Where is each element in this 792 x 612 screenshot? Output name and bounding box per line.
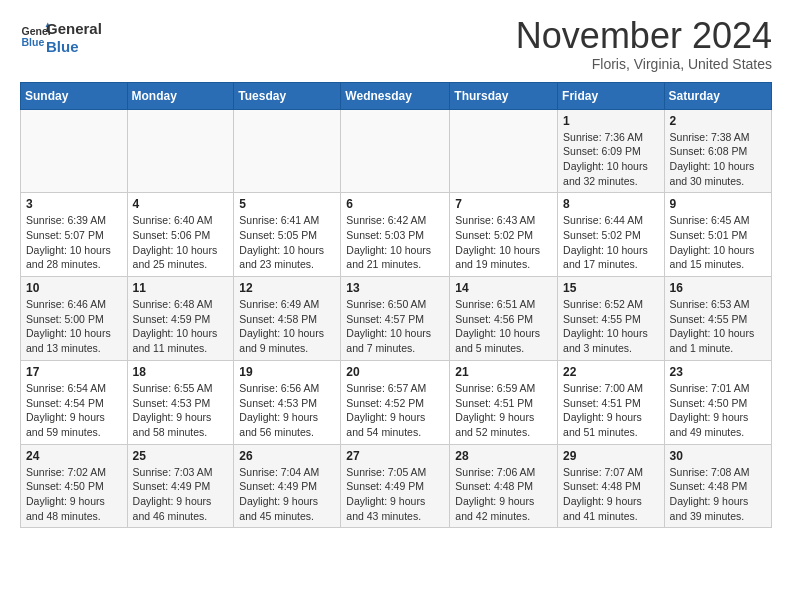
weekday-header: Tuesday [234, 82, 341, 109]
calendar-cell [450, 109, 558, 193]
day-info: Sunrise: 7:38 AM Sunset: 6:08 PM Dayligh… [670, 130, 766, 189]
day-number: 9 [670, 197, 766, 211]
calendar-cell: 9Sunrise: 6:45 AM Sunset: 5:01 PM Daylig… [664, 193, 771, 277]
calendar-cell [234, 109, 341, 193]
logo: General Blue General Blue [20, 16, 102, 56]
header: General Blue General Blue November 2024 … [20, 16, 772, 72]
calendar-header: SundayMondayTuesdayWednesdayThursdayFrid… [21, 82, 772, 109]
day-info: Sunrise: 7:07 AM Sunset: 4:48 PM Dayligh… [563, 465, 659, 524]
calendar-cell: 27Sunrise: 7:05 AM Sunset: 4:49 PM Dayli… [341, 444, 450, 528]
calendar-week-row: 10Sunrise: 6:46 AM Sunset: 5:00 PM Dayli… [21, 277, 772, 361]
calendar-cell: 10Sunrise: 6:46 AM Sunset: 5:00 PM Dayli… [21, 277, 128, 361]
day-info: Sunrise: 7:03 AM Sunset: 4:49 PM Dayligh… [133, 465, 229, 524]
day-info: Sunrise: 7:00 AM Sunset: 4:51 PM Dayligh… [563, 381, 659, 440]
calendar-cell: 11Sunrise: 6:48 AM Sunset: 4:59 PM Dayli… [127, 277, 234, 361]
calendar-cell: 12Sunrise: 6:49 AM Sunset: 4:58 PM Dayli… [234, 277, 341, 361]
day-number: 26 [239, 449, 335, 463]
day-info: Sunrise: 6:46 AM Sunset: 5:00 PM Dayligh… [26, 297, 122, 356]
calendar-cell: 21Sunrise: 6:59 AM Sunset: 4:51 PM Dayli… [450, 360, 558, 444]
day-info: Sunrise: 7:02 AM Sunset: 4:50 PM Dayligh… [26, 465, 122, 524]
weekday-header: Wednesday [341, 82, 450, 109]
day-number: 12 [239, 281, 335, 295]
day-info: Sunrise: 6:54 AM Sunset: 4:54 PM Dayligh… [26, 381, 122, 440]
day-number: 5 [239, 197, 335, 211]
calendar-cell: 1Sunrise: 7:36 AM Sunset: 6:09 PM Daylig… [558, 109, 665, 193]
day-number: 21 [455, 365, 552, 379]
day-info: Sunrise: 6:41 AM Sunset: 5:05 PM Dayligh… [239, 213, 335, 272]
title-block: November 2024 Floris, Virginia, United S… [516, 16, 772, 72]
day-info: Sunrise: 6:59 AM Sunset: 4:51 PM Dayligh… [455, 381, 552, 440]
day-number: 30 [670, 449, 766, 463]
weekday-header: Thursday [450, 82, 558, 109]
calendar-cell: 30Sunrise: 7:08 AM Sunset: 4:48 PM Dayli… [664, 444, 771, 528]
calendar-week-row: 17Sunrise: 6:54 AM Sunset: 4:54 PM Dayli… [21, 360, 772, 444]
day-info: Sunrise: 6:49 AM Sunset: 4:58 PM Dayligh… [239, 297, 335, 356]
weekday-header: Saturday [664, 82, 771, 109]
weekday-header: Monday [127, 82, 234, 109]
calendar-cell: 8Sunrise: 6:44 AM Sunset: 5:02 PM Daylig… [558, 193, 665, 277]
day-number: 2 [670, 114, 766, 128]
calendar-cell: 13Sunrise: 6:50 AM Sunset: 4:57 PM Dayli… [341, 277, 450, 361]
day-info: Sunrise: 6:40 AM Sunset: 5:06 PM Dayligh… [133, 213, 229, 272]
svg-text:Blue: Blue [22, 36, 45, 48]
day-info: Sunrise: 7:01 AM Sunset: 4:50 PM Dayligh… [670, 381, 766, 440]
day-info: Sunrise: 6:43 AM Sunset: 5:02 PM Dayligh… [455, 213, 552, 272]
calendar-cell: 2Sunrise: 7:38 AM Sunset: 6:08 PM Daylig… [664, 109, 771, 193]
day-info: Sunrise: 6:39 AM Sunset: 5:07 PM Dayligh… [26, 213, 122, 272]
day-number: 7 [455, 197, 552, 211]
calendar-body: 1Sunrise: 7:36 AM Sunset: 6:09 PM Daylig… [21, 109, 772, 528]
day-info: Sunrise: 7:05 AM Sunset: 4:49 PM Dayligh… [346, 465, 444, 524]
calendar: SundayMondayTuesdayWednesdayThursdayFrid… [20, 82, 772, 529]
day-info: Sunrise: 6:52 AM Sunset: 4:55 PM Dayligh… [563, 297, 659, 356]
calendar-cell: 23Sunrise: 7:01 AM Sunset: 4:50 PM Dayli… [664, 360, 771, 444]
day-number: 17 [26, 365, 122, 379]
calendar-cell: 5Sunrise: 6:41 AM Sunset: 5:05 PM Daylig… [234, 193, 341, 277]
day-number: 20 [346, 365, 444, 379]
weekday-row: SundayMondayTuesdayWednesdayThursdayFrid… [21, 82, 772, 109]
calendar-cell: 18Sunrise: 6:55 AM Sunset: 4:53 PM Dayli… [127, 360, 234, 444]
weekday-header: Sunday [21, 82, 128, 109]
calendar-cell: 28Sunrise: 7:06 AM Sunset: 4:48 PM Dayli… [450, 444, 558, 528]
calendar-cell [127, 109, 234, 193]
day-number: 19 [239, 365, 335, 379]
day-info: Sunrise: 6:53 AM Sunset: 4:55 PM Dayligh… [670, 297, 766, 356]
day-info: Sunrise: 6:48 AM Sunset: 4:59 PM Dayligh… [133, 297, 229, 356]
day-number: 24 [26, 449, 122, 463]
day-number: 29 [563, 449, 659, 463]
page: General Blue General Blue November 2024 … [0, 0, 792, 544]
day-info: Sunrise: 7:08 AM Sunset: 4:48 PM Dayligh… [670, 465, 766, 524]
day-number: 27 [346, 449, 444, 463]
day-info: Sunrise: 6:44 AM Sunset: 5:02 PM Dayligh… [563, 213, 659, 272]
day-number: 11 [133, 281, 229, 295]
calendar-cell [21, 109, 128, 193]
day-number: 3 [26, 197, 122, 211]
day-info: Sunrise: 6:55 AM Sunset: 4:53 PM Dayligh… [133, 381, 229, 440]
day-number: 28 [455, 449, 552, 463]
calendar-cell: 25Sunrise: 7:03 AM Sunset: 4:49 PM Dayli… [127, 444, 234, 528]
day-number: 16 [670, 281, 766, 295]
calendar-cell: 3Sunrise: 6:39 AM Sunset: 5:07 PM Daylig… [21, 193, 128, 277]
calendar-cell: 26Sunrise: 7:04 AM Sunset: 4:49 PM Dayli… [234, 444, 341, 528]
day-number: 22 [563, 365, 659, 379]
calendar-week-row: 3Sunrise: 6:39 AM Sunset: 5:07 PM Daylig… [21, 193, 772, 277]
calendar-cell: 17Sunrise: 6:54 AM Sunset: 4:54 PM Dayli… [21, 360, 128, 444]
calendar-cell: 4Sunrise: 6:40 AM Sunset: 5:06 PM Daylig… [127, 193, 234, 277]
day-number: 23 [670, 365, 766, 379]
day-number: 10 [26, 281, 122, 295]
day-info: Sunrise: 6:51 AM Sunset: 4:56 PM Dayligh… [455, 297, 552, 356]
calendar-week-row: 1Sunrise: 7:36 AM Sunset: 6:09 PM Daylig… [21, 109, 772, 193]
day-info: Sunrise: 7:06 AM Sunset: 4:48 PM Dayligh… [455, 465, 552, 524]
calendar-cell: 24Sunrise: 7:02 AM Sunset: 4:50 PM Dayli… [21, 444, 128, 528]
day-number: 13 [346, 281, 444, 295]
calendar-cell: 22Sunrise: 7:00 AM Sunset: 4:51 PM Dayli… [558, 360, 665, 444]
day-number: 8 [563, 197, 659, 211]
day-number: 1 [563, 114, 659, 128]
calendar-cell: 7Sunrise: 6:43 AM Sunset: 5:02 PM Daylig… [450, 193, 558, 277]
day-info: Sunrise: 6:50 AM Sunset: 4:57 PM Dayligh… [346, 297, 444, 356]
day-info: Sunrise: 6:42 AM Sunset: 5:03 PM Dayligh… [346, 213, 444, 272]
day-number: 18 [133, 365, 229, 379]
calendar-cell: 20Sunrise: 6:57 AM Sunset: 4:52 PM Dayli… [341, 360, 450, 444]
day-info: Sunrise: 7:36 AM Sunset: 6:09 PM Dayligh… [563, 130, 659, 189]
calendar-cell: 29Sunrise: 7:07 AM Sunset: 4:48 PM Dayli… [558, 444, 665, 528]
calendar-cell [341, 109, 450, 193]
